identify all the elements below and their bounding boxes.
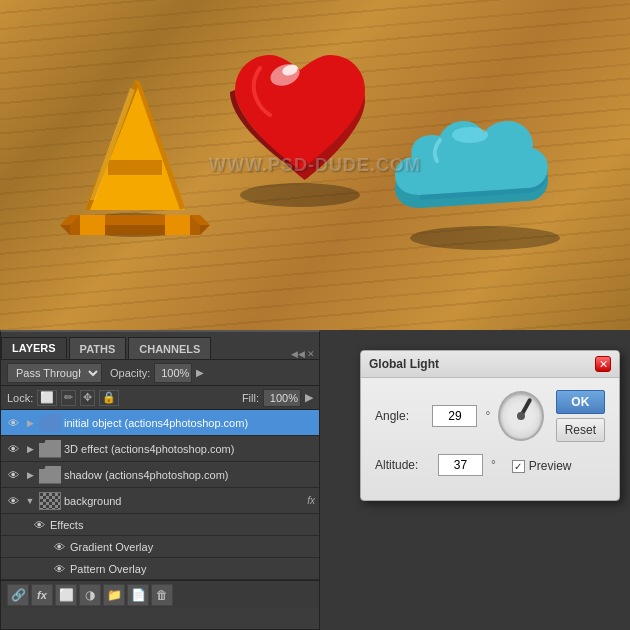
eye-icon-shadow[interactable]: 👁 xyxy=(5,467,21,483)
panel-tabs: LAYERS PATHS CHANNELS ◀◀ ✕ xyxy=(1,332,319,360)
fill-arrow[interactable]: ▶ xyxy=(305,391,313,404)
blend-mode-select[interactable]: Pass Through xyxy=(7,363,102,383)
altitude-label: Altitude: xyxy=(375,458,430,472)
panel-collapse-icon[interactable]: ◀◀ xyxy=(291,349,305,359)
fx-badge: fx xyxy=(307,495,315,506)
svg-marker-3 xyxy=(80,215,105,235)
layer-row-effects: 👁 Effects xyxy=(1,514,319,536)
angle-degree: ° xyxy=(485,409,490,423)
bg-thumb xyxy=(39,492,61,510)
eye-icon-pattern[interactable]: 👁 xyxy=(51,561,67,577)
global-light-dialog: Global Light ✕ Angle: ° xyxy=(360,350,620,501)
svg-marker-4 xyxy=(165,215,190,235)
ok-button[interactable]: OK xyxy=(556,390,605,414)
svg-marker-6 xyxy=(108,160,162,175)
layer-name-gradient: Gradient Overlay xyxy=(70,541,315,553)
dialog-buttons: OK Reset xyxy=(556,390,605,442)
angle-dial[interactable] xyxy=(498,391,543,441)
opacity-arrow[interactable]: ▶ xyxy=(196,367,204,378)
dialog-title: Global Light xyxy=(369,357,439,371)
add-fx-btn[interactable]: fx xyxy=(31,584,53,606)
dialog-body: Angle: ° OK Reset Altitu xyxy=(361,378,619,500)
layer-row-3d[interactable]: 👁 ▶ 3D effect (actions4photoshop.com) xyxy=(1,436,319,462)
eye-icon-effects[interactable]: 👁 xyxy=(31,517,47,533)
layer-name-initial: initial object (actions4photoshop.com) xyxy=(64,417,315,429)
svg-point-15 xyxy=(410,226,560,250)
preview-area: ✓ Preview xyxy=(512,457,572,473)
3d-cloud xyxy=(390,110,580,250)
angle-label: Angle: xyxy=(375,409,424,423)
svg-point-16 xyxy=(452,127,488,143)
panel-menu-icon[interactable]: ✕ xyxy=(307,349,315,359)
eye-icon-gradient[interactable]: 👁 xyxy=(51,539,67,555)
preview-label: Preview xyxy=(529,459,572,473)
layer-row-pattern: 👁 Pattern Overlay xyxy=(1,558,319,580)
eye-icon-bg[interactable]: 👁 xyxy=(5,493,21,509)
dialog-titlebar: Global Light ✕ xyxy=(361,351,619,378)
opacity-input[interactable] xyxy=(154,363,192,383)
tab-paths[interactable]: PATHS xyxy=(69,337,127,359)
add-adjustment-btn[interactable]: ◑ xyxy=(79,584,101,606)
reset-button[interactable]: Reset xyxy=(556,418,605,442)
eye-icon-3d[interactable]: 👁 xyxy=(5,441,21,457)
eye-icon-initial[interactable]: 👁 xyxy=(5,415,21,431)
svg-marker-5 xyxy=(85,80,185,210)
fill-input[interactable] xyxy=(263,389,301,407)
layers-list: 👁 ▶ initial object (actions4photoshop.co… xyxy=(1,410,319,580)
layer-name-effects: Effects xyxy=(50,519,315,531)
layer-row-gradient: 👁 Gradient Overlay xyxy=(1,536,319,558)
link-layers-btn[interactable]: 🔗 xyxy=(7,584,29,606)
lock-all-icon[interactable]: 🔒 xyxy=(99,390,119,406)
3d-letter-a xyxy=(60,60,210,240)
dial-center-dot xyxy=(517,412,525,420)
canvas-area: WWW.PSD-DUDE.COM xyxy=(0,0,630,330)
fill-label: Fill: xyxy=(242,392,259,404)
layer-name-shadow: shadow (actions4photoshop.com) xyxy=(64,469,315,481)
lock-fill-row: Lock: ⬜ ✏ ✥ 🔒 Fill: ▶ xyxy=(1,386,319,410)
svg-point-12 xyxy=(240,183,360,207)
watermark: WWW.PSD-DUDE.COM xyxy=(209,155,421,176)
layer-name-pattern: Pattern Overlay xyxy=(70,563,315,575)
lock-pixels-icon[interactable]: ✏ xyxy=(61,390,76,406)
folder-thumb-shadow xyxy=(39,466,61,484)
preview-checkbox[interactable]: ✓ xyxy=(512,460,525,473)
tab-layers[interactable]: LAYERS xyxy=(1,337,67,359)
layer-row-initial[interactable]: 👁 ▶ initial object (actions4photoshop.co… xyxy=(1,410,319,436)
blend-opacity-row: Pass Through Opacity: ▶ xyxy=(1,360,319,386)
delete-layer-btn[interactable]: 🗑 xyxy=(151,584,173,606)
right-area: Global Light ✕ Angle: ° xyxy=(320,330,630,630)
lock-position-icon[interactable]: ✥ xyxy=(80,390,95,406)
expand-shadow[interactable]: ▶ xyxy=(24,469,36,481)
add-layer-btn[interactable]: 📄 xyxy=(127,584,149,606)
add-group-btn[interactable]: 📁 xyxy=(103,584,125,606)
altitude-input[interactable] xyxy=(438,454,483,476)
layers-toolbar: 🔗 fx ⬜ ◑ 📁 📄 🗑 xyxy=(1,580,319,608)
folder-thumb-initial xyxy=(39,414,61,432)
panels-area: LAYERS PATHS CHANNELS ◀◀ ✕ Pass Through … xyxy=(0,330,630,630)
preview-row: ✓ Preview xyxy=(512,459,572,473)
lock-label: Lock: xyxy=(7,392,33,404)
expand-bg[interactable]: ▼ xyxy=(24,495,36,507)
layers-panel: LAYERS PATHS CHANNELS ◀◀ ✕ Pass Through … xyxy=(0,330,320,630)
tab-channels[interactable]: CHANNELS xyxy=(128,337,211,359)
3d-heart xyxy=(220,40,380,210)
altitude-row: Altitude: ° ✓ Preview xyxy=(375,454,605,476)
layer-row-background[interactable]: 👁 ▼ background fx xyxy=(1,488,319,514)
layer-name-bg: background xyxy=(64,495,302,507)
opacity-label: Opacity: xyxy=(110,367,150,379)
angle-row: Angle: ° OK Reset xyxy=(375,390,605,442)
layer-name-3d: 3D effect (actions4photoshop.com) xyxy=(64,443,315,455)
layer-row-shadow[interactable]: 👁 ▶ shadow (actions4photoshop.com) xyxy=(1,462,319,488)
folder-thumb-3d xyxy=(39,440,61,458)
altitude-degree: ° xyxy=(491,458,496,472)
lock-transparent-icon[interactable]: ⬜ xyxy=(37,390,57,406)
expand-initial[interactable]: ▶ xyxy=(24,417,36,429)
add-mask-btn[interactable]: ⬜ xyxy=(55,584,77,606)
expand-3d[interactable]: ▶ xyxy=(24,443,36,455)
angle-input[interactable] xyxy=(432,405,477,427)
dialog-close-btn[interactable]: ✕ xyxy=(595,356,611,372)
